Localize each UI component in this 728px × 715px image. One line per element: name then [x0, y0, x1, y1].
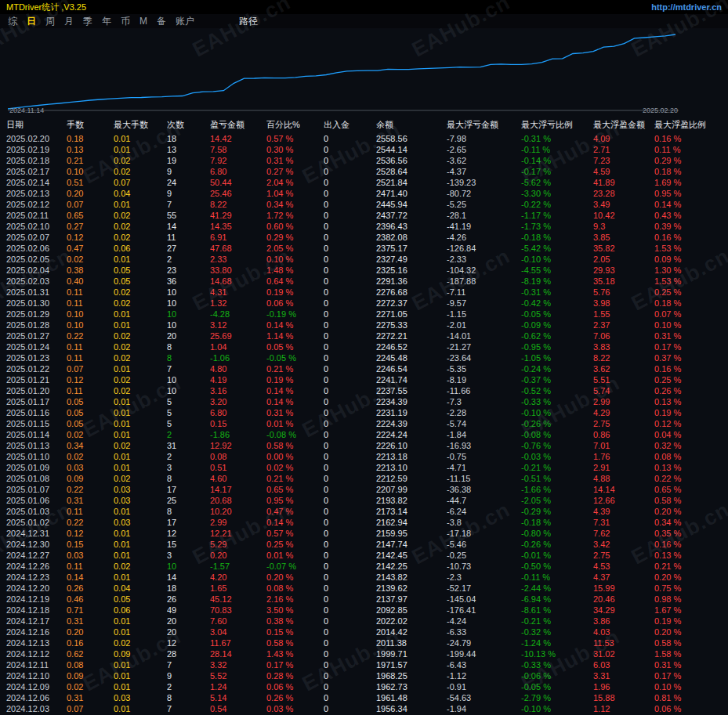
site-link[interactable]: http://mtdriver.cn	[651, 2, 722, 12]
menu-item-ji[interactable]: 季	[83, 14, 92, 28]
cell-balance: 2193.82	[376, 495, 447, 506]
cell-balance: 2271.05	[376, 309, 447, 320]
cell-max-float-profit-ratio: 0.14 %	[654, 199, 728, 210]
cell-max-float-profit: 4.29	[593, 407, 654, 418]
cell-max-float-profit-ratio: 0.20 %	[654, 627, 728, 637]
cell-cash-flow: 0	[324, 550, 376, 561]
cell-max-lots: 0.02	[114, 210, 167, 221]
cell-max-float-profit: 3.42	[593, 539, 654, 550]
cell-percent: 0.64 %	[266, 276, 324, 287]
table-row: 2025.02.050.020.0122.330.10 %02327.49-2.…	[0, 254, 728, 265]
menu-item-zhanghu[interactable]: 账户	[176, 14, 194, 28]
cell-profit: 70.83	[210, 605, 266, 616]
cell-count: 15	[167, 539, 210, 550]
cell-balance: 2147.74	[376, 539, 447, 550]
cell-max-float-loss: -199.44	[447, 648, 521, 659]
cell-count: 10	[167, 561, 210, 572]
cell-max-float-profit: 2.91	[593, 462, 654, 473]
cell-profit: 14.42	[210, 133, 266, 144]
cell-max-lots: 0.01	[114, 659, 167, 670]
menu-item-zhou[interactable]: 周	[45, 14, 55, 28]
cell-max-float-profit-ratio: 0.58 %	[654, 495, 728, 506]
cell-profit: 1.04	[210, 341, 266, 352]
cell-lots: 0.08	[67, 659, 114, 670]
cell-balance: 2143.82	[376, 572, 447, 583]
cell-profit: 4.80	[210, 363, 266, 374]
cell-cash-flow: 0	[324, 692, 376, 703]
cell-max-float-profit-ratio: 0.20 %	[654, 506, 728, 517]
cell-max-lots: 0.02	[114, 341, 167, 352]
cell-lots: 0.40	[67, 276, 114, 287]
cell-max-lots: 0.03	[114, 484, 167, 495]
cell-count: 28	[167, 648, 210, 659]
cell-balance: 2241.74	[376, 374, 447, 385]
cell-cash-flow: 0	[324, 309, 376, 320]
cell-count: 10	[167, 320, 210, 330]
cell-balance: 2325.16	[376, 265, 447, 276]
cell-max-lots: 0.01	[114, 254, 167, 265]
cell-lots: 0.13	[67, 144, 114, 155]
cell-max-float-loss: -28.1	[447, 210, 521, 221]
menu-item-ri[interactable]: 日	[27, 14, 36, 28]
menu-item-m[interactable]: M	[139, 14, 147, 28]
cell-max-float-loss-ratio: -4.55 %	[521, 265, 593, 276]
cell-max-float-loss-ratio: -0.18 %	[521, 517, 593, 528]
cell-cash-flow: 0	[324, 232, 376, 243]
cell-lots: 0.05	[67, 407, 114, 418]
cell-lots: 0.10	[67, 309, 114, 320]
path-button[interactable]: 路径	[239, 14, 258, 28]
cell-max-float-loss: -23.64	[447, 352, 521, 363]
cell-max-float-loss: -0.91	[447, 681, 521, 692]
cell-max-float-profit-ratio: 0.16 %	[654, 133, 728, 144]
cell-max-float-loss-ratio: -0.31 %	[521, 287, 593, 298]
cell-percent: 0.60 %	[266, 221, 324, 232]
menu-item-bi[interactable]: 币	[121, 14, 130, 28]
cell-max-float-profit-ratio: 0.07 %	[654, 309, 728, 320]
cell-max-float-profit: 3.85	[593, 232, 654, 243]
cell-percent: 0.14 %	[266, 320, 324, 330]
table-row: 2025.01.140.020.012-1.86-0.08 %02224.24-…	[0, 429, 728, 440]
cell-profit: 3.12	[210, 320, 266, 330]
cell-count: 17	[167, 517, 210, 528]
cell-cash-flow: 0	[324, 287, 376, 298]
app-title: MTDriver统计 ,V3.25	[6, 2, 86, 13]
cell-percent: 0.26 %	[266, 692, 324, 703]
cell-balance: 2207.99	[376, 484, 447, 495]
cell-profit: 1.24	[210, 681, 266, 692]
cell-count: 9	[167, 670, 210, 681]
menu-item-bei[interactable]: 备	[157, 14, 166, 28]
cell-balance: 2014.42	[376, 627, 447, 637]
cell-max-float-loss-ratio: -5.42 %	[521, 243, 593, 254]
menu-item-nian[interactable]: 年	[102, 14, 111, 28]
cell-max-float-loss: -8.19	[447, 374, 521, 385]
cell-max-float-profit: 1.12	[593, 703, 654, 714]
cell-date: 2025.01.08	[6, 473, 67, 484]
cell-max-float-profit: 15.99	[593, 583, 654, 594]
cell-balance: 2396.43	[376, 221, 447, 232]
cell-percent: 0.25 %	[266, 539, 324, 550]
cell-balance: 1999.71	[376, 648, 447, 659]
cell-lots: 0.07	[67, 703, 114, 714]
cell-lots: 0.62	[67, 648, 114, 659]
cell-balance: 2212.59	[376, 473, 447, 484]
cell-balance: 2231.19	[376, 407, 447, 418]
cell-percent: 0.10 %	[266, 254, 324, 265]
cell-max-float-profit: 35.18	[593, 276, 654, 287]
column-header-max-lots: 最大手数	[114, 119, 167, 131]
table-row: 2025.01.090.030.0130.510.02 %02213.10-4.…	[0, 462, 728, 473]
cell-profit: 14.68	[210, 276, 266, 287]
cell-percent: 1.14 %	[266, 330, 324, 341]
cell-date: 2024.12.23	[6, 572, 67, 583]
cell-balance: 2226.10	[376, 440, 447, 451]
cell-date: 2025.02.14	[6, 177, 67, 188]
cell-max-float-profit-ratio: 0.17 %	[654, 341, 728, 352]
cell-max-float-profit: 10.42	[593, 210, 654, 221]
menu-item-yue[interactable]: 月	[64, 14, 74, 28]
cell-max-float-loss-ratio: -0.14 %	[521, 155, 593, 166]
table-row: 2025.01.220.070.0174.800.21 %02246.54-5.…	[0, 363, 728, 374]
cell-date: 2025.01.07	[6, 484, 67, 495]
cell-max-float-loss-ratio: -0.01 %	[521, 550, 593, 561]
cell-balance: 2246.52	[376, 341, 447, 352]
menu-item-zong[interactable]: 综	[8, 14, 17, 28]
cell-count: 23	[167, 265, 210, 276]
